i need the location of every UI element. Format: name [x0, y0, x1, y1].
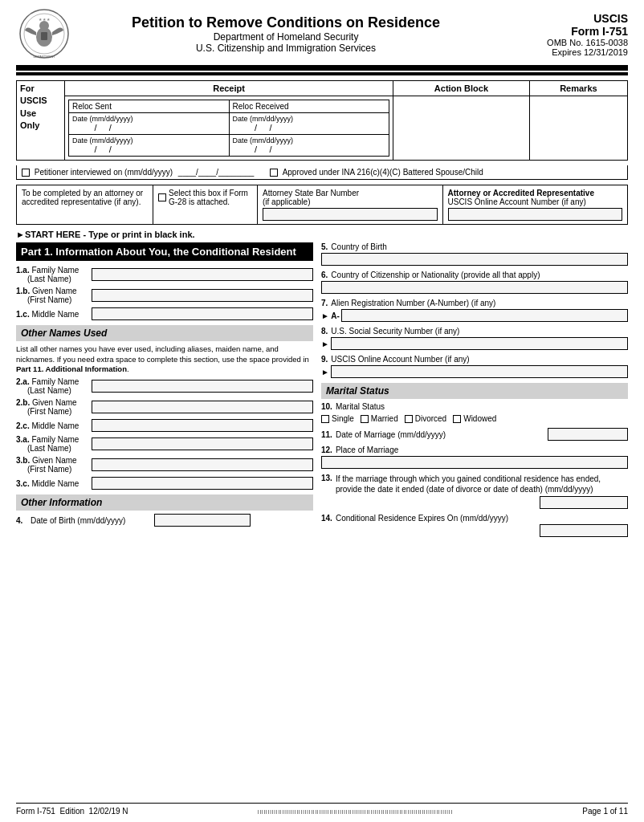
attorney-uscis-cell: Attorney or Accredited Representative US…	[443, 185, 628, 224]
uscis-logo: ★ ★ ★ DEPARTMENT	[16, 8, 72, 60]
field-3b-row: 3.b. Given Name (First Name)	[16, 456, 313, 474]
svg-text:★ ★ ★: ★ ★ ★	[38, 17, 51, 22]
field-3b-input[interactable]	[92, 458, 313, 471]
form-subtitle2: U.S. Citizenship and Immigration Service…	[72, 43, 499, 54]
g28-checkbox-wrapper: Select this box if Form G-28 is attached…	[158, 189, 252, 206]
field-7-input[interactable]	[341, 309, 628, 322]
field-14-num: 14.	[321, 514, 332, 523]
field-7-arrow: ► A-	[321, 311, 340, 320]
approved-label-span: Approved under INA 216(c)(4)(C) Battered…	[270, 168, 483, 177]
field-11-group: 11. Date of Marriage (mm/dd/yyyy)	[321, 428, 628, 441]
married-checkbox-item: Married	[361, 414, 398, 423]
field-3c-input[interactable]	[92, 477, 313, 490]
to-be-completed-label: To be completed by an attorney or accred…	[22, 189, 143, 206]
receipt-header: Receipt	[65, 81, 393, 96]
field-14-label: Conditional Residence Expires On (mm/dd/…	[336, 514, 508, 523]
field-11-label: Date of Marriage (mm/dd/yyyy)	[336, 430, 446, 439]
field-13-input[interactable]	[540, 496, 628, 509]
field-13-num: 13.	[321, 474, 332, 494]
interview-row: Petitioner interviewed on (mm/dd/yyyy) _…	[16, 165, 628, 180]
part1-header: Part 1. Information About You, the Condi…	[16, 242, 313, 261]
field-12-input[interactable]	[321, 456, 628, 469]
field-5-label: Country of Birth	[331, 242, 386, 251]
form-number: Form I-751	[499, 25, 628, 38]
footer-barcode: ||||||||||||||||||||||||||||||||||||||||…	[258, 809, 453, 814]
other-names-header: Other Names Used	[16, 325, 313, 341]
field-3a-input[interactable]	[92, 437, 313, 450]
field-6-input[interactable]	[321, 281, 628, 294]
remarks-header: Remarks	[529, 81, 627, 96]
interview-checkbox-box[interactable]	[22, 169, 30, 177]
receipt-inner-cell: Reloc Sent Reloc Received Date (mm/dd/yy…	[65, 96, 393, 161]
field-1b-input[interactable]	[92, 289, 313, 302]
field-12-num: 12.	[321, 446, 332, 454]
field-1c-label: 1.c. Middle Name	[16, 310, 88, 319]
field-9-num: 9.	[321, 355, 328, 364]
field-2c-input[interactable]	[92, 419, 313, 432]
svg-point-3	[39, 21, 49, 31]
married-checkbox[interactable]	[361, 415, 369, 423]
widowed-checkbox-item: Widowed	[453, 414, 496, 423]
field-4-input[interactable]	[154, 514, 251, 527]
expires-date: Expires 12/31/2019	[499, 47, 628, 57]
field-4-row: 4. Date of Birth (mm/dd/yyyy)	[16, 514, 313, 527]
footer-form-label: Form I-751 Edition 12/02/19 N	[16, 807, 128, 816]
field-9-group: 9. USCIS Online Account Number (if any) …	[321, 355, 628, 378]
start-here-label: ►START HERE - Type or print in black ink…	[16, 230, 628, 239]
field-2c-label: 2.c. Middle Name	[16, 421, 88, 430]
field-14-input[interactable]	[540, 524, 628, 537]
form-header: ★ ★ ★ DEPARTMENT Petition to Remove Cond…	[16, 8, 628, 67]
field-3a-row: 3.a. Family Name (Last Name)	[16, 435, 313, 453]
interview-date-slashes: ____/____/________	[178, 168, 255, 177]
select-box-label: Select this box if Form G-28 is attached…	[169, 189, 252, 206]
single-checkbox-item: Single	[321, 414, 354, 423]
field-1a-input[interactable]	[92, 268, 313, 281]
field-2c-row: 2.c. Middle Name	[16, 419, 313, 432]
married-label: Married	[371, 414, 398, 423]
reloc-sent-label: Reloc Sent	[69, 100, 230, 113]
approved-checkbox-box[interactable]	[270, 169, 278, 177]
field-4-label: Date of Birth (mm/dd/yyyy)	[31, 516, 151, 525]
field-3c-row: 3.c. Middle Name	[16, 477, 313, 490]
single-checkbox[interactable]	[321, 415, 329, 423]
field-13-label: If the marriage through which you gained…	[336, 474, 628, 494]
field-12-group: 12. Place of Marriage	[321, 446, 628, 469]
form-footer: Form I-751 Edition 12/02/19 N ||||||||||…	[16, 803, 628, 816]
date-label-1: Date (mm/dd/yyyy) / /	[69, 113, 230, 135]
field-8-num: 8.	[321, 327, 328, 336]
attorney-uscis-input[interactable]	[448, 208, 623, 221]
field-6-num: 6.	[321, 271, 328, 279]
for-uscis-cell: ForUSCISUseOnly	[17, 81, 65, 161]
field-2b-row: 2.b. Given Name (First Name)	[16, 398, 313, 416]
widowed-checkbox[interactable]	[453, 415, 461, 423]
field-5-input[interactable]	[321, 253, 628, 266]
other-info-header: Other Information	[16, 494, 313, 511]
field-11-input[interactable]	[548, 428, 628, 441]
interview-checkbox: Petitioner interviewed on (mm/dd/yyyy) _…	[22, 168, 254, 177]
field-1b-row: 1.b. Given Name (First Name)	[16, 287, 313, 304]
action-block-content	[393, 96, 530, 161]
attorney-bar-input[interactable]	[263, 208, 438, 221]
attorney-completed-cell: To be completed by an attorney or accred…	[17, 185, 153, 224]
attorney-bar-cell: Attorney State Bar Number (if applicable…	[258, 185, 443, 224]
field-3b-label: 3.b. Given Name (First Name)	[16, 456, 88, 474]
attorney-rep-label: Attorney or Accredited Representative US…	[448, 189, 623, 206]
top-divider-bar	[16, 67, 628, 71]
field-8-input[interactable]	[331, 337, 628, 350]
field-7-num: 7.	[321, 299, 328, 307]
field-2a-input[interactable]	[92, 380, 313, 393]
field-1c-input[interactable]	[92, 307, 313, 320]
action-block-header: Action Block	[393, 81, 530, 96]
uscis-info-block: USCIS Form I-751 OMB No. 1615-0038 Expir…	[499, 12, 628, 57]
other-names-description: List all other names you have ever used,…	[16, 344, 313, 374]
field-9-input[interactable]	[331, 365, 628, 378]
field-2b-input[interactable]	[92, 401, 313, 413]
divorced-checkbox[interactable]	[405, 415, 413, 423]
form-main-title: Petition to Remove Conditions on Residen…	[72, 14, 499, 31]
field-6-label: Country of Citizenship or Nationality (p…	[331, 271, 540, 279]
field-4-num: 4.	[16, 516, 27, 525]
g28-checkbox[interactable]	[158, 193, 166, 201]
svg-text:DEPARTMENT: DEPARTMENT	[33, 55, 55, 59]
field-10-label: Marital Status	[336, 402, 385, 411]
field-14-group: 14. Conditional Residence Expires On (mm…	[321, 514, 628, 537]
